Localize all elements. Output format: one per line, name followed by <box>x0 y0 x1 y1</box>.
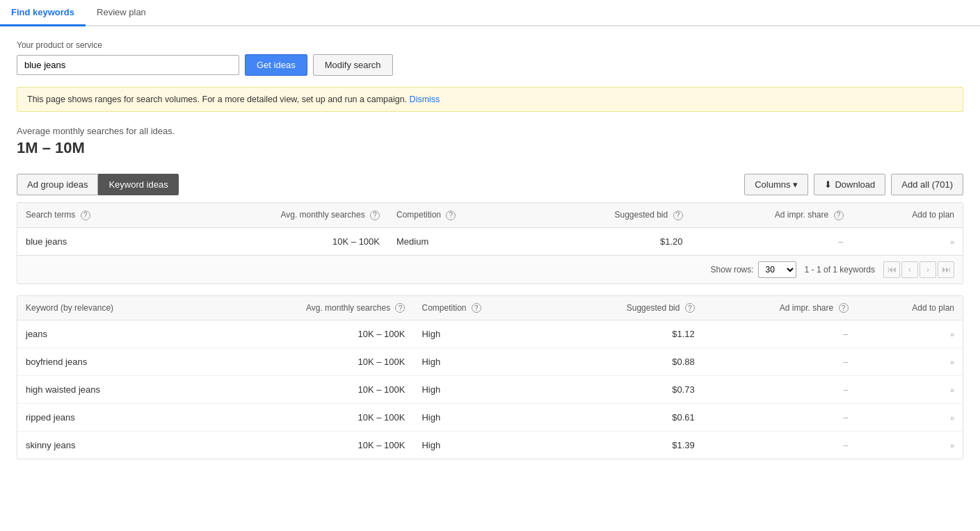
cell-ad-impr: – <box>703 376 857 404</box>
cell-keyword: boyfriend jeans <box>17 348 205 376</box>
pagination-nav: ⏮ ‹ › ⏭ <box>883 261 954 278</box>
show-rows-label: Show rows: <box>711 265 754 275</box>
search-terms-help-icon[interactable]: ? <box>81 211 90 220</box>
cell-action[interactable]: » <box>857 376 963 404</box>
keyword-ideas-header-row: Keyword (by relevance) Avg. monthly sear… <box>17 296 963 320</box>
search-terms-header-row: Search terms ? Avg. monthly searches ? C… <box>17 203 963 227</box>
download-icon: ⬇ <box>824 179 832 190</box>
cell-term: blue jeans <box>17 227 170 255</box>
rows-select: Show rows: 10 20 30 50 100 <box>711 261 796 278</box>
cell-suggested-bid: $1.12 <box>550 320 703 348</box>
col-competition-2: Competition ? <box>413 296 550 320</box>
cell-suggested-bid: $1.20 <box>531 227 691 255</box>
col-suggested-bid: Suggested bid ? <box>531 203 691 227</box>
cell-action[interactable]: » <box>857 432 963 459</box>
cell-avg-monthly: 10K – 100K <box>205 404 414 432</box>
dismiss-link[interactable]: Dismiss <box>410 95 440 104</box>
tab-find-keywords[interactable]: Find keywords <box>0 0 86 26</box>
col-avg-monthly: Avg. monthly searches ? <box>170 203 388 227</box>
search-label: Your product or service <box>17 40 963 50</box>
table-row: blue jeans 10K – 100K Medium $1.20 – » <box>17 227 963 255</box>
cell-competition: High <box>413 376 550 404</box>
main-tabs: Find keywords Review plan <box>0 0 980 26</box>
add-to-plan-chevron[interactable]: » <box>950 414 954 422</box>
search-row: Get ideas Modify search <box>17 54 963 76</box>
cell-ad-impr: – <box>703 320 857 348</box>
cell-competition: High <box>413 348 550 376</box>
cell-keyword: ripped jeans <box>17 404 205 432</box>
list-item: boyfriend jeans 10K – 100K High $0.88 – … <box>17 348 963 376</box>
cell-avg-monthly: 10K – 100K <box>205 348 414 376</box>
cell-competition: High <box>413 404 550 432</box>
cell-avg-monthly: 10K – 100K <box>205 376 414 404</box>
cell-action[interactable]: » <box>852 227 963 255</box>
add-to-plan-chevron[interactable]: » <box>950 386 954 394</box>
col-avg-monthly-2: Avg. monthly searches ? <box>205 296 414 320</box>
columns-label: Columns <box>755 179 790 190</box>
ad-group-ideas-button[interactable]: Ad group ideas <box>17 174 98 195</box>
cell-keyword: jeans <box>17 320 205 348</box>
next-page-button[interactable]: › <box>919 261 936 278</box>
col-search-terms: Search terms ? <box>17 203 170 227</box>
col-competition: Competition ? <box>388 203 531 227</box>
notice-banner: This page shows ranges for search volume… <box>17 87 963 112</box>
download-label: Download <box>835 179 875 190</box>
col-add-to-plan: Add to plan <box>852 203 963 227</box>
search-input[interactable] <box>17 55 239 75</box>
ad-impr-2-help-icon[interactable]: ? <box>839 303 849 313</box>
notice-text: This page shows ranges for search volume… <box>27 95 407 104</box>
add-to-plan-chevron[interactable]: » <box>950 358 954 366</box>
cell-keyword: high waisted jeans <box>17 376 205 404</box>
last-page-button[interactable]: ⏭ <box>938 261 954 278</box>
suggested-bid-help-icon[interactable]: ? <box>673 211 683 220</box>
cell-competition: High <box>413 432 550 459</box>
cell-competition: Medium <box>388 227 531 255</box>
add-to-plan-chevron[interactable]: » <box>950 441 954 450</box>
download-button[interactable]: ⬇ Download <box>814 174 885 195</box>
add-to-plan-chevron[interactable]: » <box>950 330 954 338</box>
col-ad-impr-2: Ad impr. share ? <box>703 296 857 320</box>
keyword-ideas-button[interactable]: Keyword ideas <box>98 174 178 195</box>
cell-ad-impr: – <box>703 404 857 432</box>
cell-ad-impr: – <box>703 348 857 376</box>
avg-monthly-2-help-icon[interactable]: ? <box>395 303 405 313</box>
columns-button[interactable]: Columns ▾ <box>744 174 808 195</box>
competition-help-icon[interactable]: ? <box>446 211 456 220</box>
stats-label: Average monthly searches for all ideas. <box>17 126 963 136</box>
cell-avg-monthly: 10K – 100K <box>205 432 414 459</box>
add-to-plan-chevron[interactable]: » <box>950 238 954 246</box>
cell-avg-monthly: 10K – 100K <box>205 320 414 348</box>
modify-search-button[interactable]: Modify search <box>313 54 393 76</box>
cell-suggested-bid: $1.39 <box>550 432 703 459</box>
cell-suggested-bid: $0.61 <box>550 404 703 432</box>
cell-ad-impr: – <box>691 227 852 255</box>
competition-2-help-icon[interactable]: ? <box>472 303 481 313</box>
add-all-button[interactable]: Add all (701) <box>891 174 963 195</box>
get-ideas-button[interactable]: Get ideas <box>245 54 307 76</box>
search-terms-table: Search terms ? Avg. monthly searches ? C… <box>17 202 963 284</box>
ad-impr-help-icon[interactable]: ? <box>834 211 844 220</box>
list-item: jeans 10K – 100K High $1.12 – » <box>17 320 963 348</box>
columns-chevron-icon: ▾ <box>793 179 798 190</box>
pagination-range: 1 - 1 of 1 keywords <box>805 265 875 275</box>
cell-action[interactable]: » <box>857 348 963 376</box>
main-content: Your product or service Get ideas Modify… <box>0 26 980 484</box>
first-page-button[interactable]: ⏮ <box>883 261 900 278</box>
prev-page-button[interactable]: ‹ <box>901 261 918 278</box>
cell-action[interactable]: » <box>857 404 963 432</box>
cell-keyword: skinny jeans <box>17 432 205 459</box>
tab-review-plan[interactable]: Review plan <box>86 0 157 26</box>
col-suggested-bid-2: Suggested bid ? <box>550 296 703 320</box>
toolbar-right: Columns ▾ ⬇ Download Add all (701) <box>744 174 963 195</box>
cell-competition: High <box>413 320 550 348</box>
stats-value: 1M – 10M <box>17 139 963 157</box>
list-item: ripped jeans 10K – 100K High $0.61 – » <box>17 404 963 432</box>
suggested-bid-2-help-icon[interactable]: ? <box>685 303 695 313</box>
col-keyword: Keyword (by relevance) <box>17 296 205 320</box>
cell-suggested-bid: $0.73 <box>550 376 703 404</box>
avg-monthly-help-icon[interactable]: ? <box>370 211 380 220</box>
rows-per-page-select[interactable]: 10 20 30 50 100 <box>758 261 796 278</box>
list-item: skinny jeans 10K – 100K High $1.39 – » <box>17 432 963 459</box>
search-terms-pagination: Show rows: 10 20 30 50 100 1 - 1 of 1 ke… <box>17 255 963 284</box>
cell-action[interactable]: » <box>857 320 963 348</box>
